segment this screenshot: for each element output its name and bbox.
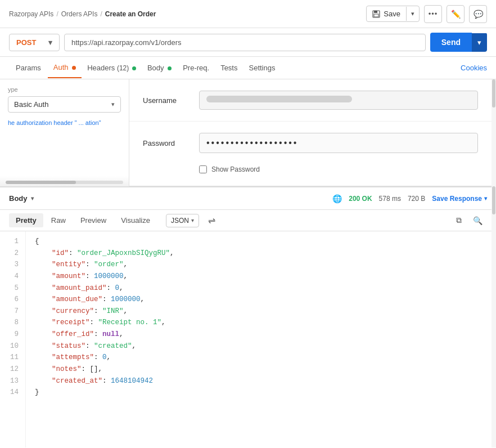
save-label: Save	[384, 10, 400, 18]
chat-icon: 💬	[474, 10, 483, 19]
method-label: POST	[16, 38, 36, 47]
password-label: Password	[143, 139, 188, 147]
show-password-row: Show Password	[129, 164, 492, 174]
json-content: 1 2 3 4 5 6 7 8 9 10 11 12 13 14 { "id":…	[0, 231, 496, 447]
cookies-button[interactable]: Cookies	[461, 64, 487, 72]
json-line-6: "amount_due": 1000000,	[35, 294, 487, 306]
header: Razorpay APIs / Orders APIs / Create an …	[0, 0, 496, 28]
auth-note: he authorization header " ... ation"	[8, 118, 121, 128]
auth-type-select[interactable]: Basic Auth ▾	[8, 96, 121, 113]
format-chevron-icon: ▾	[191, 217, 194, 223]
auth-type-value: Basic Auth	[14, 100, 48, 109]
breadcrumb-sep-1: /	[56, 10, 58, 18]
code-tab-preview[interactable]: Preview	[74, 213, 113, 227]
auth-credentials-panel: Username Password Show Password	[129, 79, 492, 186]
line-numbers: 1 2 3 4 5 6 7 8 9 10 11 12 13 14	[0, 231, 26, 447]
json-line-1: {	[35, 236, 487, 248]
body-chevron-icon: ▾	[31, 195, 34, 201]
format-select[interactable]: JSON ▾	[166, 214, 199, 227]
tab-auth-label: Auth	[53, 63, 69, 71]
auth-type-label: ype	[8, 86, 121, 93]
tab-headers-dot	[132, 66, 136, 70]
json-line-13: "created_at": 1648104942	[35, 375, 487, 387]
save-button-group[interactable]: Save ▾	[366, 6, 420, 22]
breadcrumb-sep-2: /	[100, 10, 102, 18]
tab-auth[interactable]: Auth	[48, 57, 82, 78]
method-chevron-icon: ▾	[48, 38, 52, 47]
auth-scrollbar-thumb[interactable]	[492, 79, 495, 107]
globe-icon: 🌐	[332, 194, 342, 203]
show-password-checkbox[interactable]	[199, 165, 207, 173]
save-response-chevron-icon: ▾	[484, 195, 487, 201]
save-response-label: Save Response	[432, 195, 482, 203]
json-line-3: "entity": "order",	[35, 259, 487, 271]
breadcrumb-orders[interactable]: Orders APIs	[61, 10, 98, 18]
body-scrollbar-thumb[interactable]	[492, 186, 495, 214]
username-label: Username	[143, 96, 188, 105]
auth-left-panel: ype Basic Auth ▾ he authorization header…	[0, 79, 129, 186]
body-section: Body ▾ 🌐 200 OK 578 ms 720 B Save Respon…	[0, 186, 496, 447]
url-input[interactable]	[64, 34, 426, 51]
tab-tests-label: Tests	[220, 64, 237, 72]
status-ok-badge: 200 OK	[349, 195, 372, 203]
send-button[interactable]: Send	[430, 33, 472, 52]
tab-headers-label: Headers	[87, 64, 115, 72]
tab-body[interactable]: Body	[142, 58, 177, 78]
username-row: Username	[129, 79, 492, 122]
json-line-14: }	[35, 387, 487, 398]
code-actions: ⧉ 🔍	[452, 214, 487, 226]
tab-prereq[interactable]: Pre-req.	[177, 58, 215, 78]
json-line-11: "attempts": 0,	[35, 352, 487, 364]
auth-scrollbar-track	[492, 79, 496, 186]
tab-headers-count: (12)	[117, 64, 129, 72]
svg-rect-2	[374, 14, 378, 17]
json-line-5: "amount_paid": 0,	[35, 283, 487, 294]
tab-settings[interactable]: Settings	[243, 58, 281, 78]
breadcrumb-current: Create an Order	[105, 10, 156, 18]
response-time: 578 ms	[379, 195, 401, 203]
password-input[interactable]	[199, 133, 478, 153]
comment-icon-button[interactable]: 💬	[469, 5, 487, 23]
filter-icon-button[interactable]: ⇌	[205, 214, 219, 227]
body-scrollbar-track	[492, 186, 496, 447]
auth-note-line1: he authorization header " ... ation"	[8, 118, 121, 128]
response-size: 720 B	[408, 195, 425, 203]
tab-body-dot	[168, 66, 172, 70]
body-label-group[interactable]: Body ▾	[9, 194, 34, 203]
json-line-2: "id": "order_JApoxnbSIQygRU",	[35, 248, 487, 259]
code-tab-raw[interactable]: Raw	[44, 213, 73, 227]
tab-auth-dot	[72, 66, 76, 70]
pencil-icon: ✏️	[451, 10, 461, 19]
json-line-12: "notes": [],	[35, 364, 487, 375]
copy-button[interactable]: ⧉	[452, 214, 466, 226]
method-selector[interactable]: POST ▾	[9, 34, 60, 51]
json-line-8: "receipt": "Receipt no. 1",	[35, 317, 487, 329]
save-response-button[interactable]: Save Response ▾	[432, 195, 487, 203]
format-label: JSON	[171, 217, 189, 225]
send-dropdown-button[interactable]: ▾	[472, 33, 487, 52]
save-main-button[interactable]: Save	[367, 6, 406, 21]
save-icon	[372, 10, 380, 18]
auth-bottom-scroll	[6, 181, 123, 184]
more-button[interactable]: •••	[424, 5, 442, 23]
edit-icon-button[interactable]: ✏️	[447, 5, 465, 23]
tab-settings-label: Settings	[249, 64, 275, 72]
svg-rect-1	[374, 11, 377, 13]
breadcrumb-razorpay[interactable]: Razorpay APIs	[9, 10, 53, 18]
response-meta: 🌐 200 OK 578 ms 720 B Save Response ▾	[332, 194, 487, 203]
code-tab-visualize[interactable]: Visualize	[114, 213, 157, 227]
code-tab-pretty[interactable]: Pretty	[9, 213, 43, 227]
tab-body-label: Body	[147, 64, 164, 72]
main-content: ype Basic Auth ▾ he authorization header…	[0, 79, 496, 447]
save-dropdown-button[interactable]: ▾	[406, 7, 419, 21]
tab-tests[interactable]: Tests	[215, 58, 243, 78]
tab-headers[interactable]: Headers (12)	[82, 58, 142, 78]
tab-params[interactable]: Params	[9, 58, 48, 78]
tab-prereq-label: Pre-req.	[183, 64, 209, 72]
json-line-7: "currency": "INR",	[35, 306, 487, 317]
url-bar: POST ▾ Send ▾	[0, 28, 496, 57]
send-button-group[interactable]: Send ▾	[430, 33, 487, 52]
body-label: Body	[9, 194, 28, 203]
auth-type-chevron-icon: ▾	[111, 101, 115, 108]
search-button[interactable]: 🔍	[468, 214, 487, 226]
